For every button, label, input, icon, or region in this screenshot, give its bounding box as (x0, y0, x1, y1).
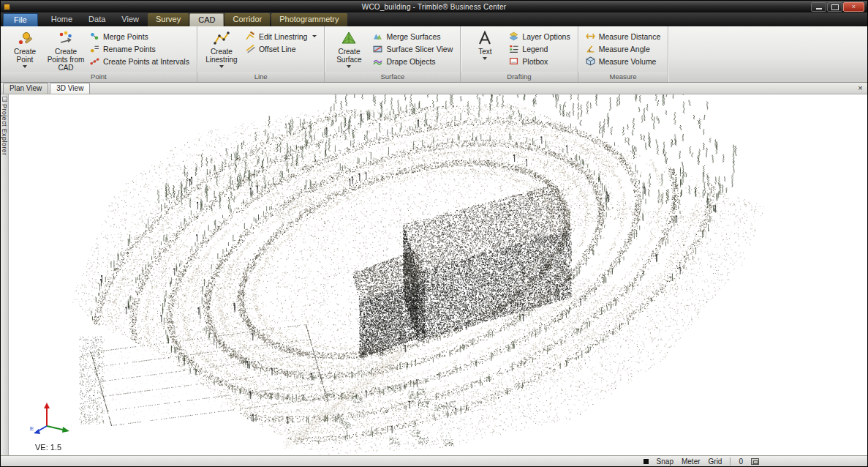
dropdown-caret-icon (219, 65, 224, 68)
text-label: Text (478, 48, 491, 56)
create-point-label: Create Point (6, 48, 44, 64)
layer-options-button[interactable]: Layer Options (505, 30, 573, 42)
create-surface-icon (341, 30, 357, 46)
create-surface-button[interactable]: Create Surface (328, 29, 369, 68)
create-points-from-cad-icon (58, 30, 74, 46)
measure-angle-icon (586, 44, 595, 53)
project-explorer-icon (2, 97, 7, 102)
create-point-icon (17, 30, 33, 46)
tab-cad[interactable]: CAD (189, 13, 224, 26)
measure-volume-label: Measure Volume (599, 57, 657, 66)
group-label-drafting: Drafting (461, 72, 577, 82)
ribbon-group-line: Create Linestring Edit Linestring Offset… (197, 26, 325, 82)
tab-plan-view[interactable]: Plan View (3, 83, 48, 94)
measure-volume-icon (586, 56, 595, 66)
create-point-button[interactable]: Create Point (4, 29, 45, 68)
measure-distance-label: Measure Distance (599, 32, 661, 41)
offset-line-button[interactable]: Offset Line (242, 42, 321, 55)
plotbox-label: Plotbox (522, 57, 548, 66)
project-explorer-tab[interactable]: Project Explorer (1, 94, 9, 455)
rename-points-label: Rename Points (103, 45, 156, 53)
status-value: 0 (739, 457, 743, 466)
titlebar: WCO_building - Trimble® Business Center … (1, 1, 867, 12)
snap-toggle[interactable]: Snap (657, 457, 673, 466)
text-icon (477, 30, 493, 46)
surface-slicer-view-button[interactable]: Surface Slicer View (369, 42, 456, 55)
rename-points-button[interactable]: Rename Points (86, 42, 193, 55)
vertical-exaggeration-label: VE: 1.5 (35, 443, 61, 452)
group-label-point: Point (1, 72, 197, 82)
create-linestring-button[interactable]: Create Linestring (201, 29, 242, 68)
legend-icon (509, 44, 518, 53)
plotbox-button[interactable]: Plotbox (505, 55, 573, 67)
group-label-line: Line (197, 72, 325, 82)
create-points-from-cad-button[interactable]: Create Points from CAD (45, 29, 86, 72)
measure-distance-icon (586, 31, 595, 41)
tab-file[interactable]: File (3, 13, 38, 26)
measure-distance-button[interactable]: Measure Distance (582, 30, 665, 42)
merge-points-button[interactable]: Merge Points (86, 30, 193, 42)
dropdown-caret-icon (483, 57, 487, 60)
drape-objects-label: Drape Objects (386, 57, 435, 66)
group-label-surface: Surface (325, 72, 460, 82)
maximize-button[interactable] (827, 2, 842, 12)
view-close-button[interactable]: × (856, 83, 865, 93)
main-area: Project Explorer E VE: 1.5 (1, 94, 867, 455)
drape-objects-icon (373, 56, 382, 66)
ribbon-group-drafting: Text Layer Options Legend Plotbox (461, 26, 578, 82)
create-points-at-intervals-icon (90, 56, 99, 66)
project-explorer-label: Project Explorer (1, 104, 8, 155)
layer-options-icon (509, 31, 518, 41)
edit-linestring-button[interactable]: Edit Linestring (242, 30, 321, 42)
ribbon-group-point: Create Point Create Points from CAD Merg… (1, 26, 197, 82)
edit-linestring-icon (246, 31, 255, 41)
plotbox-icon (509, 56, 518, 66)
measure-angle-button[interactable]: Measure Angle (582, 42, 665, 55)
status-separator (730, 457, 731, 466)
rename-points-icon (90, 44, 99, 53)
minimize-button[interactable] (811, 2, 826, 12)
dropdown-caret-icon (312, 35, 317, 37)
offset-line-label: Offset Line (259, 45, 296, 53)
measure-volume-button[interactable]: Measure Volume (582, 55, 665, 67)
axis-gizmo: E (29, 400, 75, 438)
meter-toggle[interactable]: Meter (682, 457, 701, 466)
drape-objects-button[interactable]: Drape Objects (369, 55, 456, 67)
point-cloud-canvas[interactable] (9, 94, 867, 455)
ribbon-tab-row: File Home Data View Survey CAD Corridor … (1, 12, 867, 26)
create-linestring-icon (214, 30, 230, 46)
offset-line-icon (246, 44, 255, 53)
tab-photogrammetry[interactable]: Photogrammetry (271, 13, 347, 26)
tab-view[interactable]: View (113, 13, 147, 26)
layout-grid-icon[interactable] (751, 458, 759, 465)
ribbon-group-measure: Measure Distance Measure Angle Measure V… (578, 26, 669, 82)
tab-3d-view[interactable]: 3D View (50, 83, 90, 94)
merge-surfaces-label: Merge Surfaces (386, 32, 440, 41)
create-linestring-label: Create Linestring (203, 48, 241, 64)
legend-button[interactable]: Legend (505, 42, 573, 55)
dropdown-caret-icon (23, 65, 27, 68)
legend-label: Legend (522, 45, 548, 53)
ribbon: Create Point Create Points from CAD Merg… (1, 26, 867, 83)
text-button[interactable]: Text (464, 29, 505, 60)
ribbon-group-surface: Create Surface Merge Surfaces Surface Sl… (325, 26, 461, 82)
measure-angle-label: Measure Angle (599, 45, 650, 53)
tab-data[interactable]: Data (80, 13, 113, 26)
merge-surfaces-button[interactable]: Merge Surfaces (369, 30, 456, 42)
tab-corridor[interactable]: Corridor (224, 13, 270, 26)
window-title: WCO_building - Trimble® Business Center (1, 3, 867, 11)
app-window: WCO_building - Trimble® Business Center … (0, 0, 868, 467)
grid-toggle[interactable]: Grid (709, 457, 722, 466)
gizmo-axis-label: E (30, 425, 34, 432)
create-points-at-intervals-label: Create Points at Intervals (103, 57, 189, 66)
surface-slicer-view-icon (373, 44, 382, 53)
create-points-from-cad-label: Create Points from CAD (47, 48, 85, 72)
merge-points-label: Merge Points (103, 32, 148, 41)
merge-surfaces-icon (373, 31, 382, 41)
tab-survey[interactable]: Survey (148, 13, 189, 26)
group-label-measure: Measure (578, 72, 668, 82)
create-points-at-intervals-button[interactable]: Create Points at Intervals (86, 55, 193, 67)
close-button[interactable]: × (843, 2, 864, 12)
tab-home[interactable]: Home (43, 13, 80, 26)
surface-slicer-view-label: Surface Slicer View (386, 45, 453, 53)
